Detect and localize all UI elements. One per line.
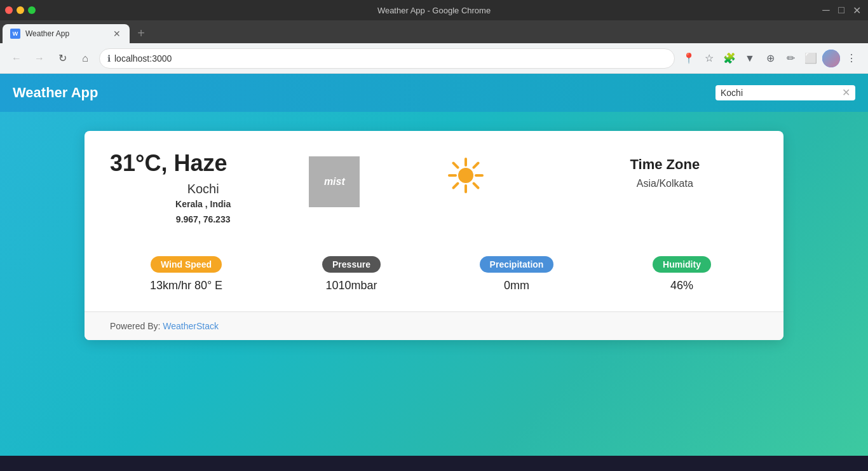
pen-icon[interactable]: ✏ <box>782 50 799 67</box>
search-box[interactable]: ✕ <box>715 85 855 100</box>
svg-point-0 <box>458 168 473 183</box>
svg-line-6 <box>473 184 478 188</box>
precipitation-badge: Precipitation <box>480 256 554 273</box>
close-window-button[interactable] <box>5 6 13 14</box>
pressure-badge: Pressure <box>322 256 381 273</box>
stat-humidity: Humidity 46% <box>606 256 758 292</box>
card-main: 31°C, Haze Kochi Kerala , India 9.967, 7… <box>85 131 783 243</box>
card-footer: Powered By: WeatherStack <box>85 311 783 340</box>
extensions-icon[interactable]: 🧩 <box>721 50 738 67</box>
minimize-btn[interactable]: ─ <box>820 4 832 16</box>
forward-button[interactable]: → <box>31 50 48 67</box>
sun-section <box>372 150 559 195</box>
precipitation-value: 0mm <box>504 279 529 292</box>
weather-left: 31°C, Haze Kochi Kerala , India 9.967, 7… <box>110 150 296 224</box>
svg-line-8 <box>453 184 458 188</box>
timezone-value: Asia/Kolkata <box>572 178 758 189</box>
funnel-icon[interactable]: ▼ <box>741 50 759 67</box>
powered-by-label: Powered By: <box>110 321 163 331</box>
restore-btn[interactable]: □ <box>835 4 848 16</box>
weather-icon-section: mist <box>309 150 360 207</box>
sun-icon <box>447 156 485 195</box>
stat-pressure: Pressure 1010mbar <box>275 256 428 292</box>
svg-line-5 <box>453 163 458 168</box>
address-bar: ← → ↻ ⌂ ℹ localhost:3000 📍 ☆ 🧩 ▼ ⊕ ✏ ⬜ ⋮ <box>0 43 868 74</box>
search-input[interactable] <box>721 88 838 98</box>
region-name: Kerala , India <box>110 199 296 209</box>
os-titlebar: Weather App - Google Chrome ─ □ ✕ <box>0 0 868 20</box>
app-header: Weather App ✕ <box>0 74 868 112</box>
back-button[interactable]: ← <box>8 50 25 67</box>
stat-precipitation: Precipitation 0mm <box>440 256 593 292</box>
avatar-image <box>822 50 840 67</box>
app-wrapper: Weather App ✕ 31°C, Haze Kochi Kerala , … <box>0 74 868 456</box>
window-controls: ─ □ ✕ <box>820 4 863 17</box>
weather-card: 31°C, Haze Kochi Kerala , India 9.967, 7… <box>85 131 783 340</box>
url-text: localhost:3000 <box>114 53 172 64</box>
traffic-lights <box>5 6 36 14</box>
city-name: Kochi <box>110 182 296 196</box>
coordinates: 9.967, 76.233 <box>110 214 296 224</box>
maximize-window-button[interactable] <box>28 6 36 14</box>
search-clear-button[interactable]: ✕ <box>842 88 850 98</box>
minimize-window-button[interactable] <box>17 6 24 14</box>
shield-icon[interactable]: ⊕ <box>761 50 779 67</box>
tab-favicon: W <box>10 29 20 39</box>
home-button[interactable]: ⌂ <box>76 50 94 67</box>
weather-content: 31°C, Haze Kochi Kerala , India 9.967, 7… <box>0 112 868 456</box>
active-tab[interactable]: W Weather App ✕ <box>3 24 130 43</box>
app-title: Weather App <box>13 85 98 101</box>
window-title: Weather App - Google Chrome <box>377 6 491 15</box>
tab-label: Weather App <box>25 29 107 38</box>
tab-close-button[interactable]: ✕ <box>112 29 122 39</box>
menu-button[interactable]: ⋮ <box>843 50 860 67</box>
pressure-value: 1010mbar <box>325 279 377 292</box>
humidity-value: 46% <box>670 279 693 292</box>
timezone-title: Time Zone <box>572 156 758 173</box>
weather-stats: Wind Speed 13km/hr 80° E Pressure 1010mb… <box>85 243 783 311</box>
location-icon[interactable]: 📍 <box>680 50 698 67</box>
svg-line-7 <box>473 163 478 168</box>
url-security-icon: ℹ <box>107 53 111 64</box>
new-tab-button[interactable]: + <box>132 24 150 42</box>
bookmark-icon[interactable]: ☆ <box>700 50 718 67</box>
stat-wind-speed: Wind Speed 13km/hr 80° E <box>110 256 262 292</box>
humidity-badge: Humidity <box>653 256 711 273</box>
weatherstack-link[interactable]: WeatherStack <box>163 321 219 331</box>
mist-icon: mist <box>309 156 360 207</box>
wind-speed-value: 13km/hr 80° E <box>150 279 222 292</box>
address-bar-actions: 📍 ☆ 🧩 ▼ ⊕ ✏ ⬜ ⋮ <box>680 50 860 67</box>
temp-condition: 31°C, Haze <box>110 150 296 177</box>
timezone-section: Time Zone Asia/Kolkata <box>572 150 758 189</box>
url-bar[interactable]: ℹ localhost:3000 <box>99 48 675 69</box>
close-btn[interactable]: ✕ <box>850 4 863 17</box>
wind-speed-badge: Wind Speed <box>151 256 222 273</box>
reload-button[interactable]: ↻ <box>53 50 71 67</box>
tab-bar: W Weather App ✕ + <box>0 20 868 43</box>
profile-avatar[interactable] <box>822 50 840 67</box>
puzzle-icon[interactable]: ⬜ <box>802 50 820 67</box>
